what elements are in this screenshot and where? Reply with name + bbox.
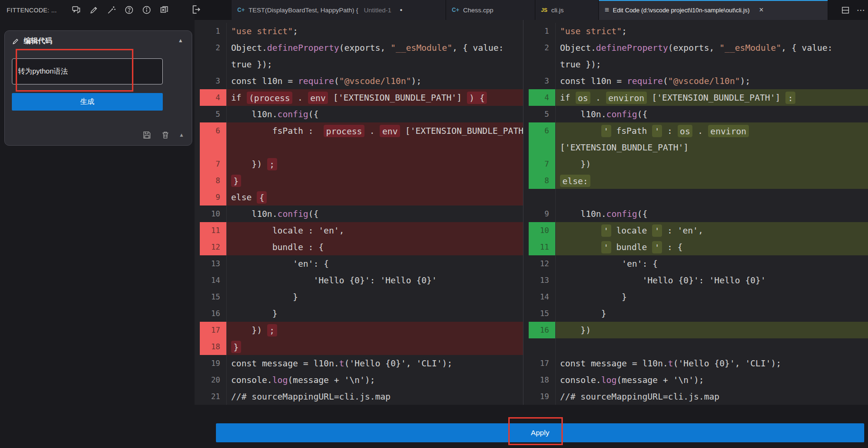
- line-number-gutter: 5: [195, 106, 226, 122]
- code-text: if os . environ ['EXTENSION_BUNDLE_PATH'…: [555, 89, 868, 106]
- line-number-gutter: [523, 139, 555, 156]
- code-line: 2Object.defineProperty(exports, "__esMod…: [523, 39, 868, 56]
- sign-out-icon[interactable]: [191, 4, 202, 16]
- line-number: 20: [195, 372, 226, 388]
- collapse-up-icon[interactable]: ▲: [179, 132, 184, 138]
- code-text: const message = l10n.t('Hello {0}', 'CLI…: [226, 355, 523, 372]
- line-number: 13: [523, 272, 555, 289]
- code-line: 15 }: [523, 305, 868, 322]
- tab-4[interactable]: ≡Edit Code (d:\vscode project\l10n-sampl…: [599, 0, 828, 20]
- help-icon[interactable]: [124, 5, 134, 15]
- panel-collapse-icon[interactable]: ▲: [178, 37, 183, 43]
- line-number-gutter: 1: [195, 23, 226, 39]
- line-number: 19: [195, 355, 226, 372]
- code-line: 6 ' fsPath ' : os . environ: [523, 122, 868, 139]
- code-text: 'en': {: [555, 255, 868, 272]
- code-text: console.log(message + '\n');: [555, 372, 868, 388]
- tab-3[interactable]: JScli.js: [535, 0, 599, 20]
- tab-label: cli.js: [551, 7, 563, 14]
- code-text: else:: [555, 172, 868, 189]
- line-number-gutter: 4: [523, 89, 555, 106]
- tab-1[interactable]: C+TEST(DisplayBoardTest, HappyPath) {Unt…: [232, 0, 446, 20]
- vscode-window: FITTENCODE: ...: [0, 0, 868, 448]
- comment-icon[interactable]: [71, 5, 82, 15]
- code-line: 17const message = l10n.t('Hello {0}', 'C…: [523, 355, 868, 372]
- line-number-gutter: 11: [523, 239, 555, 255]
- code-text: }) ;: [226, 322, 523, 338]
- line-number: 7: [195, 156, 226, 172]
- line-number: 6: [195, 122, 226, 139]
- code-text: Object.defineProperty(exports, "__esModu…: [226, 39, 523, 56]
- line-number-gutter: 8: [195, 172, 226, 189]
- line-number: 11: [523, 239, 555, 255]
- line-number-gutter: 15: [195, 289, 226, 305]
- prompt-input[interactable]: [12, 58, 163, 84]
- line-number-gutter: 19: [523, 388, 555, 405]
- code-line: [523, 189, 868, 205]
- js-file-icon: JS: [541, 7, 547, 13]
- code-text: }: [226, 172, 523, 189]
- split-editor-icon[interactable]: [840, 5, 850, 15]
- line-number: 18: [523, 372, 555, 388]
- code-text: true });: [226, 56, 523, 73]
- line-number-gutter: 9: [195, 189, 226, 205]
- line-number-gutter: 5: [523, 106, 555, 122]
- code-text: "use strict";: [555, 23, 868, 39]
- code-line: 4if (process . env ['EXTENSION_BUNDLE_PA…: [195, 89, 523, 106]
- tab-bar: C+TEST(DisplayBoardTest, HappyPath) {Unt…: [195, 0, 868, 20]
- line-number: 12: [195, 239, 226, 255]
- code-line: 4if os . environ ['EXTENSION_BUNDLE_PATH…: [523, 89, 868, 106]
- apply-button[interactable]: Apply: [216, 423, 864, 442]
- code-text: l10n.config({: [226, 205, 523, 222]
- line-number: 13: [195, 255, 226, 272]
- line-number-gutter: 7: [523, 156, 555, 172]
- info-icon[interactable]: [141, 5, 152, 15]
- magic-wand-icon[interactable]: [106, 5, 117, 15]
- cpp-file-icon: C+: [237, 7, 245, 13]
- code-line: 7 }) ;: [195, 156, 523, 172]
- line-number: 17: [195, 322, 226, 338]
- code-line: 5 l10n.config({: [195, 106, 523, 122]
- save-icon[interactable]: [142, 130, 151, 140]
- code-line: 19const message = l10n.t('Hello {0}', 'C…: [195, 355, 523, 372]
- code-line: 15 }: [195, 289, 523, 305]
- code-line: 9else {: [195, 189, 523, 205]
- code-line: true });: [195, 56, 523, 73]
- code-line: 10 ' locale ' : 'en',: [523, 222, 868, 239]
- more-actions-icon[interactable]: ⋯: [857, 5, 865, 15]
- editor-actions: ⋯: [840, 0, 865, 20]
- code-text: 'en': {: [226, 255, 523, 272]
- line-number: 2: [195, 39, 226, 56]
- code-line: 21//# sourceMappingURL=cli.js.map: [195, 388, 523, 405]
- trash-icon[interactable]: [160, 130, 170, 140]
- line-number: 12: [523, 255, 555, 272]
- close-tab-icon[interactable]: ×: [759, 6, 763, 14]
- code-text: l10n.config({: [555, 205, 868, 222]
- line-number-gutter: 13: [195, 255, 226, 272]
- line-number: 1: [195, 23, 226, 39]
- code-line: ['EXTENSION_BUNDLE_PATH']: [523, 139, 868, 156]
- line-number-gutter: 10: [195, 205, 226, 222]
- line-number-gutter: 3: [195, 73, 226, 89]
- line-number-gutter: 21: [195, 388, 226, 405]
- panel-title: 编辑代码: [24, 37, 52, 46]
- line-number: 5: [195, 106, 226, 122]
- code-line: 10 l10n.config({: [195, 205, 523, 222]
- discard-all-icon[interactable]: [159, 5, 169, 15]
- code-line: 13 'Hello {0}': 'Hello {0}': [523, 272, 868, 289]
- line-number-gutter: 6: [523, 122, 555, 139]
- line-number-gutter: 11: [195, 222, 226, 239]
- code-text: }: [555, 305, 868, 322]
- tab-label: TEST(DisplayBoardTest, HappyPath) {: [249, 7, 358, 14]
- code-text: "use strict";: [226, 23, 523, 39]
- line-number: 8: [195, 172, 226, 189]
- code-text: [555, 338, 868, 355]
- tab-2[interactable]: C+Chess.cpp: [446, 0, 535, 20]
- generate-button[interactable]: 生成: [12, 93, 163, 111]
- edit-pencil-icon[interactable]: [89, 5, 99, 15]
- code-text: }): [555, 156, 868, 172]
- code-text: ['EXTENSION_BUNDLE_PATH']: [555, 139, 868, 156]
- code-line: 3const l10n = require("@vscode/l10n");: [523, 73, 868, 89]
- line-number-gutter: 8: [523, 172, 555, 189]
- code-line: 11 locale : 'en',: [195, 222, 523, 239]
